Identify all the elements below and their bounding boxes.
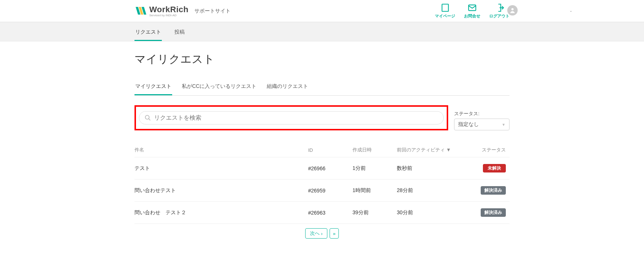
row-id: #26959 — [308, 188, 352, 194]
logout-label: ログアウト — [489, 13, 510, 19]
logout-link[interactable]: ログアウト — [489, 3, 510, 19]
brand-logo-icon — [134, 5, 146, 17]
header: WorkRich Serviced by INDI-AD サポートサイト マイペ… — [0, 0, 644, 22]
col-activity[interactable]: 前回のアクティビティ ▼ — [397, 147, 469, 153]
search-field[interactable] — [139, 111, 444, 124]
svg-point-16 — [145, 115, 149, 119]
main: マイリクエスト マイリクエスト 私がCCに入っているリクエスト 組織のリクエスト… — [134, 41, 510, 239]
row-subject[interactable]: 問い合わせテスト — [134, 187, 308, 194]
subtabs: マイリクエスト 私がCCに入っているリクエスト 組織のリクエスト — [134, 79, 510, 96]
subtab-org[interactable]: 組織のリクエスト — [266, 79, 309, 95]
chevron-double-right-icon: » — [333, 231, 335, 236]
brand-subtext: Serviced by INDI-AD — [149, 14, 188, 17]
status-filter-select[interactable]: 指定なし ▼ — [454, 119, 510, 130]
svg-line-17 — [149, 119, 150, 120]
status-badge: 未解決 — [483, 164, 506, 172]
user-icon — [509, 7, 516, 14]
brand-name: WorkRich — [149, 5, 188, 14]
row-activity: 28分前 — [397, 187, 469, 194]
table-row[interactable]: 問い合わせ テスト２#2696339分前30分前解決済み — [134, 202, 510, 224]
row-created: 1分前 — [352, 165, 397, 172]
row-id: #26966 — [308, 165, 352, 171]
subtab-cc[interactable]: 私がCCに入っているリクエスト — [181, 79, 257, 95]
status-filter-value: 指定なし — [458, 121, 479, 128]
row-created: 1時間前 — [352, 187, 397, 194]
brand[interactable]: WorkRich Serviced by INDI-AD — [134, 5, 188, 17]
col-status[interactable]: ステータス — [469, 147, 510, 153]
row-created: 39分前 — [352, 209, 397, 216]
pager-next-label: 次へ — [310, 230, 320, 237]
chevron-right-icon: › — [321, 231, 323, 236]
mail-icon — [467, 3, 477, 13]
search-input[interactable] — [154, 114, 438, 121]
mypage-label: マイページ — [435, 13, 455, 19]
tab-post[interactable]: 投稿 — [174, 25, 185, 41]
tab-request[interactable]: リクエスト — [134, 25, 162, 41]
col-subject[interactable]: 件名 — [134, 147, 308, 153]
svg-rect-3 — [442, 4, 448, 11]
col-id[interactable]: ID — [308, 147, 352, 153]
row-activity: 30分前 — [397, 209, 469, 216]
row-status: 解決済み — [469, 208, 510, 217]
pagination: 次へ › » — [134, 224, 510, 239]
status-badge: 解決済み — [481, 186, 506, 195]
status-filter-label: ステータス: — [454, 110, 510, 117]
search-icon — [144, 114, 151, 121]
pager-last[interactable]: » — [330, 228, 339, 239]
request-table: 件名 ID 作成日時 前回のアクティビティ ▼ ステータス テスト#269661… — [134, 144, 510, 224]
building-icon — [440, 3, 450, 13]
row-activity: 数秒前 — [397, 165, 469, 172]
logout-icon — [495, 3, 504, 13]
contact-link[interactable]: お問合せ — [464, 3, 480, 19]
topnav: リクエスト 投稿 — [0, 22, 644, 41]
chevron-down-icon: ▼ — [502, 123, 505, 127]
pager-next[interactable]: 次へ › — [305, 228, 327, 239]
row-status: 解決済み — [469, 186, 510, 195]
row-subject[interactable]: 問い合わせ テスト２ — [134, 209, 308, 216]
table-row[interactable]: 問い合わせテスト#269591時間前28分前解決済み — [134, 180, 510, 202]
site-subtitle: サポートサイト — [194, 8, 231, 14]
table-row[interactable]: テスト#269661分前数秒前未解決 — [134, 157, 510, 180]
subtab-my[interactable]: マイリクエスト — [134, 79, 172, 95]
row-id: #26963 — [308, 210, 352, 216]
user-menu-chevron-icon[interactable]: ⌄ — [569, 8, 572, 13]
table-header: 件名 ID 作成日時 前回のアクティビティ ▼ ステータス — [134, 144, 510, 157]
mypage-link[interactable]: マイページ — [435, 3, 455, 19]
row-status: 未解決 — [469, 164, 510, 172]
search-highlight-box — [134, 105, 448, 130]
avatar[interactable] — [507, 5, 518, 16]
contact-label: お問合せ — [464, 13, 480, 19]
page-title: マイリクエスト — [134, 52, 510, 67]
col-created[interactable]: 作成日時 — [352, 147, 397, 153]
svg-point-15 — [511, 8, 514, 10]
row-subject[interactable]: テスト — [134, 165, 308, 172]
status-badge: 解決済み — [481, 208, 506, 217]
